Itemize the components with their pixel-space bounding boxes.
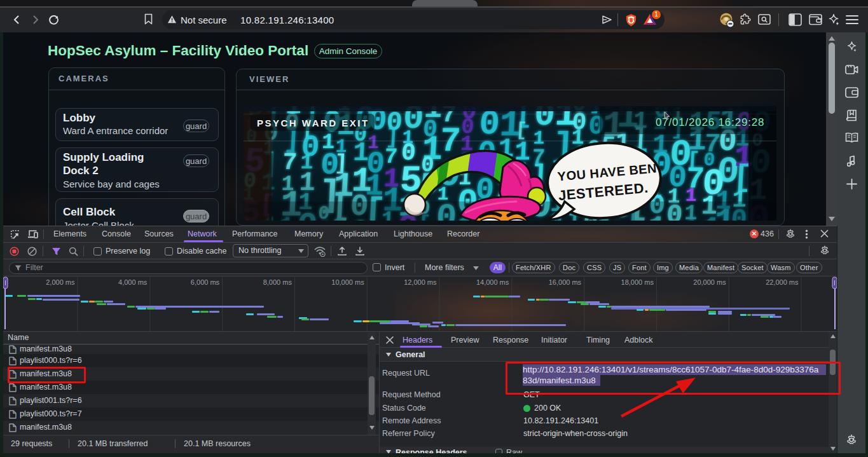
svg-text:8,000 ms: 8,000 ms — [263, 278, 293, 286]
svg-text:16,000 ms: 16,000 ms — [549, 278, 582, 286]
svg-text:4,000 ms: 4,000 ms — [118, 278, 148, 286]
svg-text:14,000 ms: 14,000 ms — [476, 278, 509, 286]
svg-text:2,000 ms: 2,000 ms — [46, 278, 75, 286]
svg-text:22,000 ms: 22,000 ms — [766, 278, 799, 286]
svg-text:10,000 ms: 10,000 ms — [331, 278, 364, 286]
svg-text:12,000 ms: 12,000 ms — [404, 278, 437, 286]
svg-text:20,000 ms: 20,000 ms — [693, 278, 726, 286]
svg-text:18,000 ms: 18,000 ms — [621, 278, 654, 286]
svg-text:6,000 ms: 6,000 ms — [191, 278, 220, 286]
